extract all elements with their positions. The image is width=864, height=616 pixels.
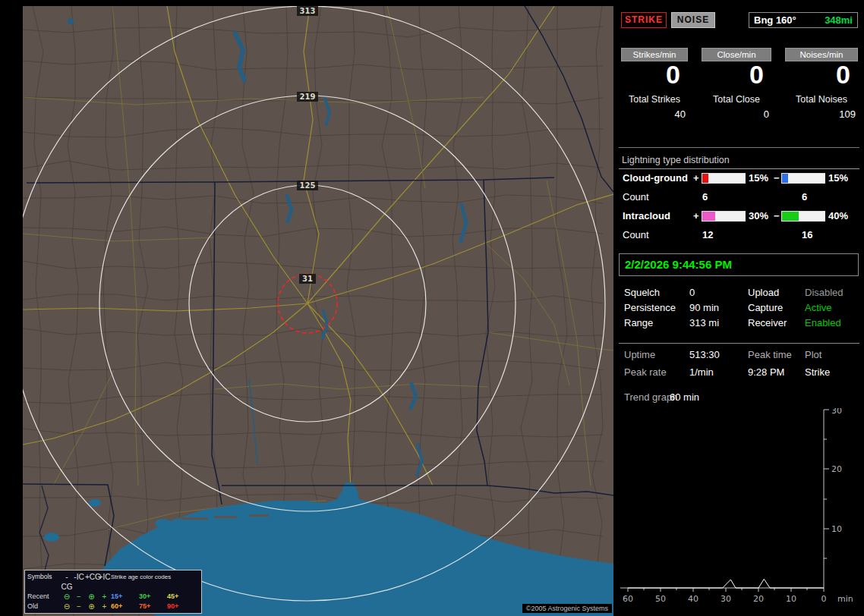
xtick-40: 40 xyxy=(688,594,698,604)
radar-map[interactable]: 313 219 125 31 Symbols -CG -IC +CG +IC S… xyxy=(23,6,613,616)
cg-plus-pct: 15% xyxy=(749,172,768,184)
total-strikes-value: 40 xyxy=(621,108,688,120)
persistence-value: 90 min xyxy=(689,302,719,313)
cg-minus-pct: 15% xyxy=(828,172,848,184)
map-legend: Symbols -CG -IC +CG +IC Strike age color… xyxy=(24,570,202,614)
total-noises-label: Total Noises xyxy=(785,94,858,105)
xtick-30: 30 xyxy=(721,594,731,604)
intracloud-row: Intracloud + 30% − 40% xyxy=(619,207,859,225)
xtick-10: 10 xyxy=(786,594,796,604)
trend-graph: 30 20 10 60 50 40 30 20 10 0 min xyxy=(619,408,859,610)
status-panel: STRIKE NOISE Bng 160° 348mi Strikes/min … xyxy=(619,6,859,613)
recent-ncg-icon: ⊖ xyxy=(61,592,73,602)
xtick-60: 60 xyxy=(623,594,633,604)
peak-time-label: Peak time xyxy=(748,349,792,360)
xtick-20: 20 xyxy=(753,594,764,604)
recent-nic-icon: − xyxy=(73,592,85,602)
cg-minus-bar xyxy=(781,173,825,184)
total-strikes-label: Total Strikes xyxy=(621,94,688,105)
cg-plus-count: 6 xyxy=(702,191,708,203)
minus-sign: − xyxy=(774,210,780,222)
range-value: 313 mi xyxy=(689,317,719,328)
recent-pic-icon: + xyxy=(98,592,111,602)
rate-columns: Strikes/min 0 Total Strikes 40 Close/min… xyxy=(621,48,858,120)
ic-minus-pct: 40% xyxy=(828,210,848,222)
upload-status: Disabled xyxy=(805,287,844,298)
receiver-status: Enabled xyxy=(805,317,841,328)
legend-col-ncg: -CG xyxy=(61,572,73,592)
bearing-readout: Bng 160° 348mi xyxy=(749,12,858,28)
strikes-column: Strikes/min 0 Total Strikes 40 xyxy=(621,48,688,120)
plot-label: Plot xyxy=(805,349,821,360)
age-45: 45+ xyxy=(167,592,193,602)
cloud-ground-count-row: Count 6 6 xyxy=(619,187,859,207)
settings-row-persistence: Persistence 90 min Capture Active xyxy=(619,300,859,316)
noises-per-min-value: 0 xyxy=(785,61,858,89)
receiver-label: Receiver xyxy=(748,317,787,328)
bearing-label: Bng 160° xyxy=(754,14,796,26)
settings-row-squelch: Squelch 0 Upload Disabled xyxy=(619,285,859,300)
xtick-0: 0 xyxy=(821,594,827,604)
settings-grid: Squelch 0 Upload Disabled Persistence 90… xyxy=(619,285,859,331)
capture-status: Active xyxy=(805,302,831,313)
plus-sign: + xyxy=(693,210,699,222)
range-label: Range xyxy=(624,317,653,328)
peak-time-value: 9:28 PM xyxy=(748,366,784,378)
status-row-uptime: Uptime 513:30 Peak time Plot xyxy=(619,347,859,365)
distribution-title: Lightning type distribution xyxy=(619,155,859,165)
strike-button[interactable]: STRIKE xyxy=(621,12,667,28)
old-pic-icon: + xyxy=(98,602,111,611)
old-ncg-icon: ⊖ xyxy=(61,602,73,611)
legend-col-nic: -IC xyxy=(73,572,85,592)
total-close-value: 0 xyxy=(702,108,771,120)
old-pcg-icon: ⊕ xyxy=(85,602,98,611)
squelch-value: 0 xyxy=(689,287,695,298)
persistence-label: Persistence xyxy=(624,302,676,313)
trend-graph-row: Trend graph 60 min xyxy=(619,390,859,405)
x-unit-label: min xyxy=(837,594,853,604)
ring-label-313: 313 xyxy=(300,7,316,15)
age-75: 75+ xyxy=(139,602,167,611)
intracloud-label: Intracloud xyxy=(623,210,670,222)
total-noises-value: 109 xyxy=(785,108,858,120)
ic-plus-count: 12 xyxy=(702,229,713,240)
ic-minus-bar xyxy=(781,211,825,222)
legend-row-old-label: Old xyxy=(27,602,61,611)
legend-row-recent-label: Recent xyxy=(27,592,61,602)
xtick-50: 50 xyxy=(655,594,666,604)
divider xyxy=(619,147,859,148)
count-label: Count xyxy=(623,191,649,203)
ring-label-31: 31 xyxy=(302,275,313,283)
settings-row-range: Range 313 mi Receiver Enabled xyxy=(619,316,859,331)
upload-label: Upload xyxy=(748,287,779,298)
recent-pcg-icon: ⊕ xyxy=(85,592,98,602)
cg-plus-bar xyxy=(702,173,746,184)
lightning-distribution: Lightning type distribution Cloud-ground… xyxy=(619,155,859,245)
status-row-peak-rate: Peak rate 1/min 9:28 PM Strike xyxy=(619,365,859,382)
ic-plus-bar xyxy=(702,211,746,222)
cloud-ground-label: Cloud-ground xyxy=(623,172,688,184)
cloud-ground-row: Cloud-ground + 15% − 15% xyxy=(619,169,859,187)
ytick-20: 20 xyxy=(831,464,842,474)
noise-button[interactable]: NOISE xyxy=(671,12,715,28)
trend-graph-window: 60 min xyxy=(670,391,699,403)
ytick-30: 30 xyxy=(831,408,842,416)
legend-col-pic: +IC xyxy=(98,572,111,592)
cg-minus-count: 6 xyxy=(802,191,807,203)
age-30: 30+ xyxy=(139,592,167,602)
strike-rate-series xyxy=(628,579,824,588)
close-per-min-value: 0 xyxy=(702,61,771,89)
ytick-10: 10 xyxy=(831,524,842,534)
plot-value: Strike xyxy=(805,366,830,378)
close-column: Close/min 0 Total Close 0 xyxy=(702,48,771,120)
divider xyxy=(619,343,859,344)
age-60: 60+ xyxy=(111,602,139,611)
map-canvas: 313 219 125 31 xyxy=(23,6,613,616)
intracloud-count-row: Count 12 16 xyxy=(619,225,859,245)
strikes-per-min-value: 0 xyxy=(621,61,688,89)
age-15: 15+ xyxy=(111,592,139,602)
noises-column: Noises/min 0 Total Noises 109 xyxy=(785,48,858,120)
ic-minus-count: 16 xyxy=(802,229,812,240)
legend-col-pcg: +CG xyxy=(85,572,98,592)
ic-plus-pct: 30% xyxy=(749,210,768,222)
